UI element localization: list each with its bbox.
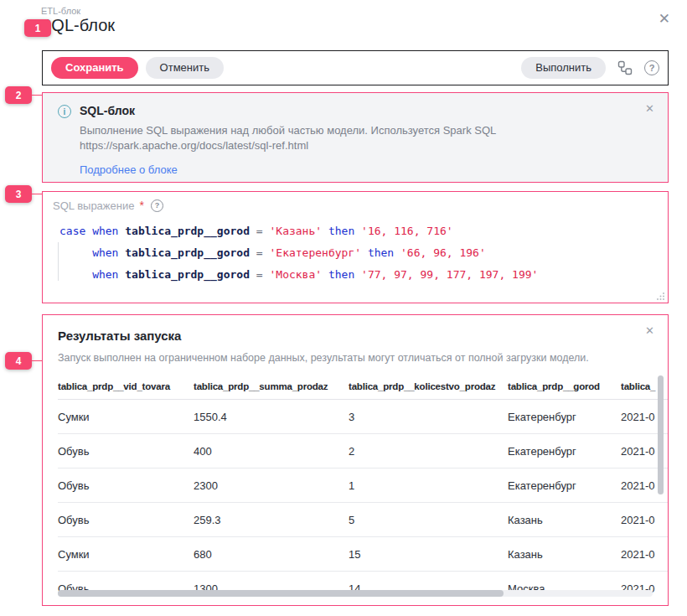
- cancel-button[interactable]: Отменить: [146, 57, 224, 80]
- table-cell: Сумки: [58, 411, 194, 423]
- close-icon[interactable]: ✕: [659, 12, 670, 26]
- required-asterisk: *: [139, 199, 143, 212]
- vertical-scrollbar[interactable]: [658, 375, 664, 494]
- code-line: when tablica_prdp__gorod = 'Москва' then…: [59, 264, 659, 286]
- table-row: Обувь4002Екатеренбург2021-0: [58, 434, 668, 468]
- info-panel: i SQL-блок Выполнение SQL выражения над …: [43, 93, 668, 182]
- breadcrumb: ETL-блок: [41, 6, 80, 16]
- results-close-icon[interactable]: ✕: [645, 325, 654, 336]
- indent-guide: [58, 242, 59, 281]
- code-line: case when tablica_prdp__gorod = 'Казань'…: [59, 220, 659, 242]
- more-about-block-link[interactable]: Подробнее о блоке: [80, 163, 178, 176]
- info-close-icon[interactable]: ✕: [645, 103, 654, 114]
- sql-expression-label: SQL выражение: [53, 199, 134, 212]
- toolbar-right-group: Выполнить ?: [521, 57, 659, 80]
- table-cell: Обувь: [58, 514, 194, 526]
- annotation-badge-4: 4: [5, 352, 32, 370]
- table-cell: 1550.4: [194, 411, 349, 423]
- annotation-box-sql: SQL выражение * ? case when tablica_prdp…: [42, 191, 669, 303]
- annotation-box-info: i SQL-блок Выполнение SQL выражения над …: [42, 92, 669, 183]
- column-header: tablica_prdp__gorod: [508, 381, 621, 391]
- table-cell: 2021-0: [621, 548, 668, 561]
- table-row: Обувь259.35Казань2021-0: [58, 503, 668, 537]
- table-cell: Обувь: [58, 445, 194, 458]
- table-cell: Екатеренбург: [508, 411, 621, 423]
- code-line: when tablica_prdp__gorod = 'Екатеренбург…: [59, 242, 659, 264]
- info-circle-icon: i: [58, 105, 71, 118]
- annotation-box-toolbar: Сохранить Отменить Выполнить ?: [42, 50, 669, 85]
- table-cell: 15: [349, 548, 508, 561]
- horizontal-scrollbar-track[interactable]: [58, 590, 653, 597]
- annotation-badge-3: 3: [5, 185, 32, 203]
- table-row: Сумки68015Казань2021-0: [58, 537, 668, 572]
- info-description: Выполнение SQL выражения над любой часть…: [80, 123, 496, 154]
- info-title: SQL-блок: [80, 104, 496, 117]
- run-button[interactable]: Выполнить: [521, 57, 606, 80]
- table-cell: Екатеренбург: [508, 445, 621, 458]
- results-subtitle: Запуск выполнен на ограниченном наборе д…: [58, 352, 653, 364]
- table-cell: Екатеренбург: [508, 479, 621, 492]
- column-header: tablica_prdp__summa_prodaz: [194, 381, 349, 391]
- info-description-line-2: https://spark.apache.org/docs/latest/sql…: [80, 139, 308, 152]
- table-cell: 5: [349, 514, 508, 526]
- table-row: Обувь130014Москва2021-0: [58, 572, 668, 606]
- sql-label-row: SQL выражение * ?: [51, 199, 659, 212]
- page-title: SQL-блок: [40, 16, 115, 35]
- toolbar: Сохранить Отменить Выполнить ?: [43, 51, 668, 85]
- table-cell: Сумки: [58, 548, 194, 561]
- column-header: tablica_prdp__vid_tovara: [58, 381, 194, 391]
- table-cell: Казань: [508, 548, 621, 561]
- table-row: Обувь23001Екатеренбург2021-0: [58, 468, 668, 503]
- info-description-line-1: Выполнение SQL выражения над любой часть…: [80, 124, 496, 137]
- sql-code[interactable]: case when tablica_prdp__gorod = 'Казань'…: [59, 220, 659, 286]
- table-cell: 2021-0: [621, 514, 668, 526]
- table-row: Сумки1550.43Екатеренбург2021-0: [58, 400, 668, 434]
- annotation-badge-1: 1: [24, 19, 51, 37]
- annotation-box-results: Результаты запуска ✕ Запуск выполнен на …: [42, 314, 669, 606]
- table-header-row: tablica_prdp__vid_tovaratablica_prdp__su…: [58, 374, 668, 400]
- help-icon[interactable]: ?: [644, 60, 659, 75]
- table-cell: 680: [194, 548, 349, 561]
- schema-icon[interactable]: [617, 60, 633, 75]
- table-body: Сумки1550.43Екатеренбург2021-0Обувь4002Е…: [58, 400, 668, 606]
- table-cell: 1: [349, 479, 508, 492]
- table-cell: 400: [194, 445, 349, 458]
- table-cell: 2: [349, 445, 508, 458]
- table-cell: Казань: [508, 514, 621, 526]
- results-table: tablica_prdp__vid_tovaratablica_prdp__su…: [58, 374, 668, 606]
- save-button[interactable]: Сохранить: [51, 57, 138, 80]
- etl-block-dialog: ETL-блок SQL-блок ✕ 1 2 3 4 Сохранить От…: [0, 0, 687, 616]
- horizontal-scrollbar-thumb[interactable]: [58, 590, 504, 597]
- results-title: Результаты запуска: [58, 329, 653, 343]
- resize-handle-icon[interactable]: [656, 292, 665, 301]
- sql-help-icon[interactable]: ?: [151, 199, 163, 212]
- table-cell: 259.3: [194, 514, 349, 526]
- table-cell: 2300: [194, 479, 349, 492]
- table-cell: 3: [349, 411, 508, 423]
- info-body: SQL-блок Выполнение SQL выражения над лю…: [80, 104, 496, 171]
- table-cell: Обувь: [58, 479, 194, 492]
- annotation-badge-2: 2: [5, 86, 32, 104]
- column-header: tablica_prdp__kolicestvo_prodaz: [349, 381, 508, 391]
